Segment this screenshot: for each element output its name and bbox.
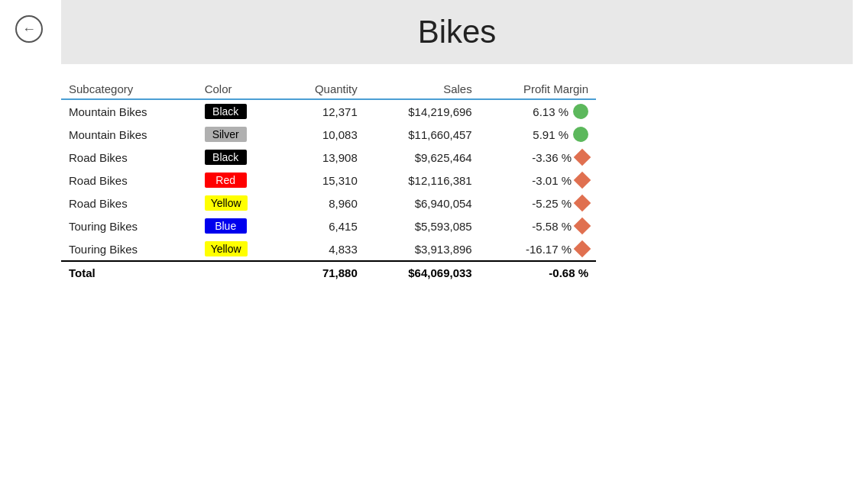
cell-profit: -5.58 % [480,214,596,237]
col-header-quantity: Quantity [281,79,365,99]
table-row: Mountain BikesSilver10,083$11,660,4575.9… [61,123,596,146]
cell-profit: -3.01 % [480,169,596,192]
cell-profit: -16.17 % [480,237,596,261]
profit-value: -3.01 % [532,174,572,187]
profit-value: 5.91 % [533,128,568,141]
cell-color: Blue [197,214,281,237]
cell-subcategory: Road Bikes [61,146,197,169]
cell-color: Black [197,146,281,169]
cell-sales: $5,593,085 [365,214,480,237]
negative-indicator-icon [574,240,591,258]
negative-indicator-icon [574,172,591,189]
header-bar: Bikes [61,0,853,64]
cell-subcategory: Road Bikes [61,169,197,192]
total-quantity: 71,880 [281,261,365,284]
page-title: Bikes [61,14,853,50]
cell-quantity: 10,083 [281,123,365,146]
table-row: Road BikesYellow8,960$6,940,054-5.25 % [61,192,596,214]
total-row: Total 71,880 $64,069,033 -0.68 % [61,261,596,284]
cell-sales: $14,219,696 [365,99,480,123]
profit-value: -3.36 % [532,151,572,164]
cell-sales: $6,940,054 [365,192,480,214]
cell-sales: $3,913,896 [365,237,480,261]
cell-subcategory: Mountain Bikes [61,123,197,146]
total-label: Total [61,261,197,284]
profit-value: -5.58 % [532,220,572,233]
cell-profit: -5.25 % [480,192,596,214]
profit-value: 6.13 % [533,105,568,118]
profit-value: -5.25 % [532,197,572,210]
cell-sales: $9,625,464 [365,146,480,169]
cell-color: Yellow [197,237,281,261]
negative-indicator-icon [574,195,591,212]
cell-subcategory: Mountain Bikes [61,99,197,123]
cell-color: Yellow [197,192,281,214]
total-color-empty [197,261,281,284]
cell-sales: $12,116,381 [365,169,480,192]
col-header-sales: Sales [365,79,480,99]
cell-profit: 6.13 % [480,99,596,123]
cell-quantity: 13,908 [281,146,365,169]
cell-quantity: 12,371 [281,99,365,123]
table-row: Touring BikesYellow4,833$3,913,896-16.17… [61,237,596,261]
cell-subcategory: Touring Bikes [61,237,197,261]
cell-subcategory: Road Bikes [61,192,197,214]
table-row: Road BikesRed15,310$12,116,381-3.01 % [61,169,596,192]
positive-indicator-icon [573,127,588,142]
col-header-subcategory: Subcategory [61,79,197,99]
cell-quantity: 8,960 [281,192,365,214]
cell-quantity: 4,833 [281,237,365,261]
cell-profit: -3.36 % [480,146,596,169]
positive-indicator-icon [573,104,588,119]
cell-color: Red [197,169,281,192]
cell-quantity: 6,415 [281,214,365,237]
total-profit: -0.68 % [480,261,596,284]
bikes-table: Subcategory Color Quantity Sales Profit … [61,79,596,284]
negative-indicator-icon [574,218,591,235]
profit-value: -16.17 % [526,243,572,256]
cell-color: Black [197,99,281,123]
cell-sales: $11,660,457 [365,123,480,146]
total-sales: $64,069,033 [365,261,480,284]
back-button[interactable]: ← [15,15,43,43]
table-row: Road BikesBlack13,908$9,625,464-3.36 % [61,146,596,169]
cell-subcategory: Touring Bikes [61,214,197,237]
col-header-color: Color [197,79,281,99]
table-row: Touring BikesBlue6,415$5,593,085-5.58 % [61,214,596,237]
cell-quantity: 15,310 [281,169,365,192]
back-icon: ← [22,21,36,37]
negative-indicator-icon [574,149,591,166]
main-content: Subcategory Color Quantity Sales Profit … [61,79,853,284]
cell-color: Silver [197,123,281,146]
table-row: Mountain BikesBlack12,371$14,219,6966.13… [61,99,596,123]
cell-profit: 5.91 % [480,123,596,146]
col-header-profit-margin: Profit Margin [480,79,596,99]
